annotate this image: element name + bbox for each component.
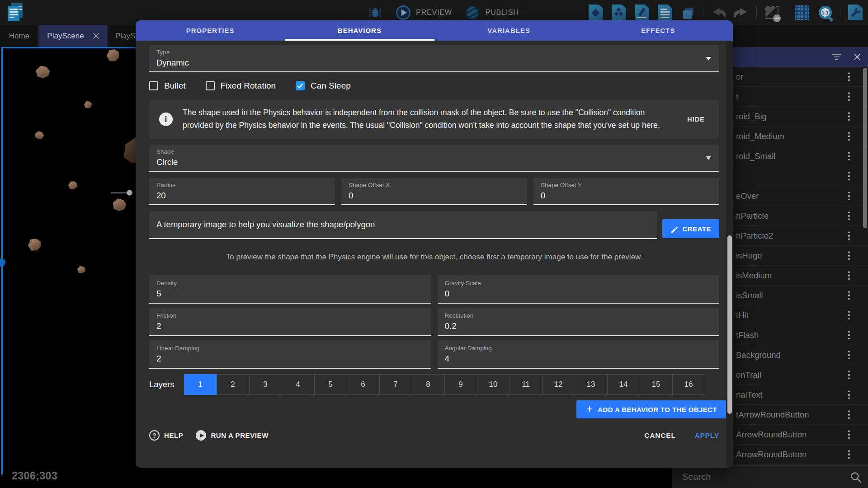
kebab-menu-icon[interactable] [848, 389, 850, 401]
asteroid-sprite[interactable] [27, 237, 42, 252]
add-object-icon[interactable] [588, 5, 604, 21]
kebab-menu-icon[interactable] [848, 230, 850, 242]
asteroid-sprite[interactable] [68, 181, 78, 190]
density-field[interactable]: Density 5 [149, 275, 431, 304]
tab-effects[interactable]: EFFECTS [584, 20, 733, 41]
radius-field[interactable]: Radius 20 [149, 178, 335, 205]
bullet-checkbox[interactable] [149, 81, 158, 90]
asteroid-sprite[interactable] [84, 101, 92, 108]
kebab-menu-icon[interactable] [848, 429, 850, 441]
selection-handle-dot[interactable] [0, 258, 5, 267]
layer-button-15[interactable]: 15 [640, 374, 673, 395]
edit-scene-icon[interactable] [634, 5, 650, 21]
shape-offset-x-field[interactable]: Shape Offset X 0 [341, 178, 527, 205]
filter-icon[interactable] [832, 54, 841, 61]
gizmo-handle-dot[interactable] [127, 190, 132, 196]
create-button[interactable]: CREATE [662, 219, 719, 238]
tab-variables[interactable]: VARIABLES [434, 20, 584, 41]
tab-behaviors[interactable]: BEHAVIORS [285, 20, 434, 41]
layer-button-6[interactable]: 6 [347, 374, 380, 395]
layer-button-5[interactable]: 5 [314, 374, 347, 395]
play-circle-icon [196, 430, 206, 441]
layer-button-12[interactable]: 12 [542, 374, 575, 395]
can-sleep-checkbox[interactable] [296, 81, 305, 90]
linear-damping-field[interactable]: Linear Damping 2 [149, 340, 431, 369]
kebab-menu-icon[interactable] [848, 270, 850, 282]
layer-button-2[interactable]: 2 [217, 374, 250, 395]
kebab-menu-icon[interactable] [848, 170, 850, 182]
shape-select[interactable]: Shape Circle [149, 145, 719, 172]
apply-button[interactable]: APPLY [695, 432, 719, 440]
undo-icon[interactable] [710, 5, 726, 21]
type-select[interactable]: Type Dynamic [149, 45, 719, 72]
object-name: tArrowRoundButton [736, 410, 809, 420]
kebab-menu-icon[interactable] [848, 349, 850, 361]
grid-icon[interactable] [794, 5, 810, 21]
layers-icon[interactable] [680, 5, 696, 21]
layer-button-7[interactable]: 7 [379, 374, 412, 395]
kebab-menu-icon[interactable] [848, 449, 850, 460]
layer-button-11[interactable]: 11 [509, 374, 542, 395]
asteroid-sprite[interactable] [35, 65, 50, 79]
dialog-scrollbar-track[interactable] [726, 41, 733, 467]
layer-button-10[interactable]: 10 [477, 374, 510, 395]
delete-selection-icon[interactable] [764, 5, 780, 21]
zoom-one-to-one-icon[interactable]: 1:1 [817, 5, 833, 21]
search-input[interactable] [682, 466, 845, 488]
asteroid-sprite[interactable] [112, 197, 127, 212]
kebab-menu-icon[interactable] [848, 71, 850, 83]
tab-home[interactable]: Home [0, 25, 38, 47]
layer-button-8[interactable]: 8 [412, 374, 445, 395]
kebab-menu-icon[interactable] [848, 329, 850, 341]
kebab-menu-icon[interactable] [848, 210, 850, 222]
kebab-menu-icon[interactable] [848, 150, 850, 162]
kebab-menu-icon[interactable] [848, 409, 850, 421]
asteroid-sprite[interactable] [77, 266, 85, 273]
layer-button-1[interactable]: 1 [184, 374, 217, 395]
friction-field[interactable]: Friction 2 [149, 308, 431, 336]
kebab-menu-icon[interactable] [848, 290, 850, 301]
run-preview-button[interactable]: RUN A PREVIEW [196, 430, 269, 441]
close-panel-icon[interactable] [854, 53, 861, 61]
scene-properties-wrench-icon[interactable] [847, 5, 863, 21]
restitution-field[interactable]: Restitution 0.2 [438, 308, 720, 336]
kebab-menu-icon[interactable] [848, 131, 850, 142]
layer-button-3[interactable]: 3 [249, 374, 282, 395]
asteroid-sprite[interactable] [34, 131, 45, 141]
layer-button-9[interactable]: 9 [444, 374, 477, 395]
properties-list-icon[interactable] [657, 5, 673, 21]
checkmark-icon [297, 83, 303, 89]
publish-button[interactable]: PUBLISH [464, 4, 519, 21]
layer-button-4[interactable]: 4 [282, 374, 315, 395]
layer-button-16[interactable]: 16 [672, 374, 705, 395]
close-tab-icon[interactable] [93, 33, 99, 39]
object-name: eOver [736, 191, 759, 201]
angular-damping-field[interactable]: Angular Damping 4 [438, 340, 720, 369]
add-behavior-button[interactable]: + ADD A BEHAVIOR TO THE OBJECT [576, 400, 727, 418]
kebab-menu-icon[interactable] [848, 190, 850, 202]
fixed-rotation-checkbox[interactable] [206, 81, 215, 90]
shape-offset-y-field[interactable]: Shape Offset Y 0 [533, 178, 719, 205]
objects-groups-icon[interactable] [611, 5, 627, 21]
preview-button[interactable]: PREVIEW [395, 5, 452, 21]
asteroid-sprite[interactable] [106, 48, 120, 62]
tab-properties[interactable]: PROPERTIES [136, 20, 285, 41]
layer-button-13[interactable]: 13 [575, 374, 608, 395]
kebab-menu-icon[interactable] [848, 250, 850, 262]
kebab-menu-icon[interactable] [848, 310, 850, 321]
gravity-scale-field[interactable]: Gravity Scale 0 [438, 275, 720, 304]
hide-button[interactable]: HIDE [684, 112, 708, 127]
panel-scrollbar-thumb[interactable] [863, 68, 867, 228]
debug-icon[interactable] [367, 5, 383, 21]
help-button[interactable]: ? HELP [149, 430, 183, 441]
kebab-menu-icon[interactable] [848, 111, 850, 122]
tab-playscene[interactable]: PlayScene [38, 25, 108, 47]
dialog-scrollbar-thumb[interactable] [727, 235, 732, 414]
kebab-menu-icon[interactable] [848, 369, 850, 381]
temporary-image-field[interactable]: A temporary image to help you visualize … [149, 211, 657, 239]
kebab-menu-icon[interactable] [848, 91, 850, 103]
project-manager-icon[interactable] [5, 2, 25, 23]
layer-button-14[interactable]: 14 [607, 374, 640, 395]
redo-icon[interactable] [733, 5, 750, 21]
cancel-button[interactable]: CANCEL [644, 432, 675, 440]
